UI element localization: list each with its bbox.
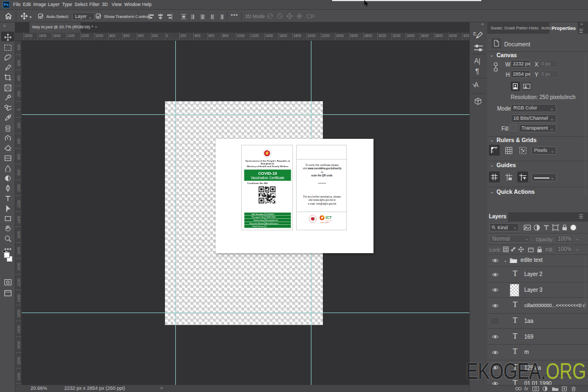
svg-text:বাঙলাদেশ কোমিশন: বাঙলাদেশ কোমিশন xyxy=(320,222,329,224)
svg-text:fx: fx xyxy=(524,386,529,391)
svg-text:DIVISION: DIVISION xyxy=(326,220,332,222)
svg-text:ICT: ICT xyxy=(326,216,332,219)
